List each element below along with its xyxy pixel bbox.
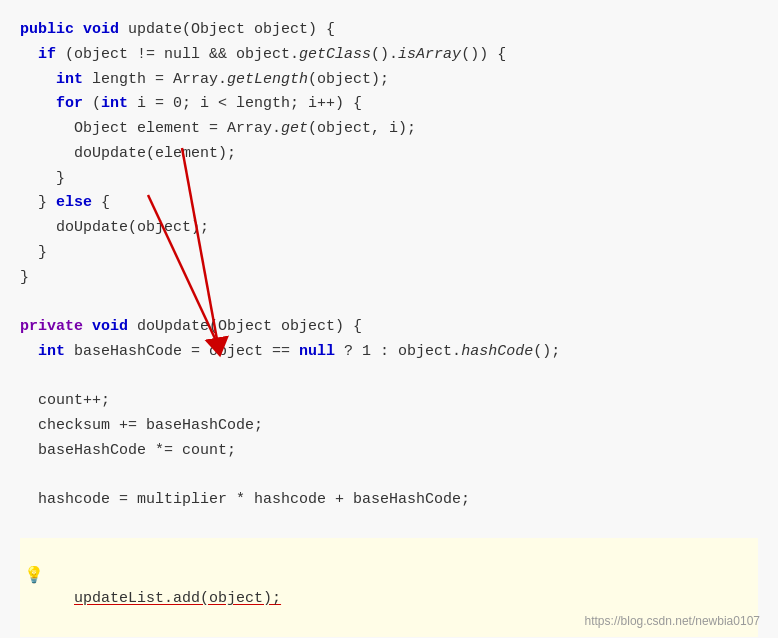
code-line-17: checksum += baseHashCode; — [20, 414, 758, 439]
code-line-7: } — [20, 167, 758, 192]
code-line-4: for (int i = 0; i < length; i++) { — [20, 92, 758, 117]
code-line-20: hashcode = multiplier * hashcode + baseH… — [20, 488, 758, 513]
code-line-5: Object element = Array.get(object, i); — [20, 117, 758, 142]
code-block: public void update(Object object) { if (… — [0, 0, 778, 638]
code-line-18: baseHashCode *= count; — [20, 439, 758, 464]
code-line-6: doUpdate(element); — [20, 142, 758, 167]
underlined-code: updateList.add(object); — [74, 590, 281, 607]
code-line-12 — [20, 290, 758, 315]
bulb-icon: 💡 — [24, 563, 44, 589]
watermark-text: https://blog.csdn.net/newbia0107 — [585, 614, 760, 628]
code-line-13: private void doUpdate(Object object) { — [20, 315, 758, 340]
code-line-9: doUpdate(object); — [20, 216, 758, 241]
code-line-16: count++; — [20, 389, 758, 414]
code-line-11: } — [20, 266, 758, 291]
code-line-14: int baseHashCode = object == null ? 1 : … — [20, 340, 758, 365]
code-line-19 — [20, 464, 758, 489]
code-line-3: int length = Array.getLength(object); — [20, 68, 758, 93]
code-line-1: public void update(Object object) { — [20, 18, 758, 43]
code-line-10: } — [20, 241, 758, 266]
code-line-2: if (object != null && object.getClass().… — [20, 43, 758, 68]
code-line-21 — [20, 513, 758, 538]
code-line-15 — [20, 365, 758, 390]
code-line-8: } else { — [20, 191, 758, 216]
